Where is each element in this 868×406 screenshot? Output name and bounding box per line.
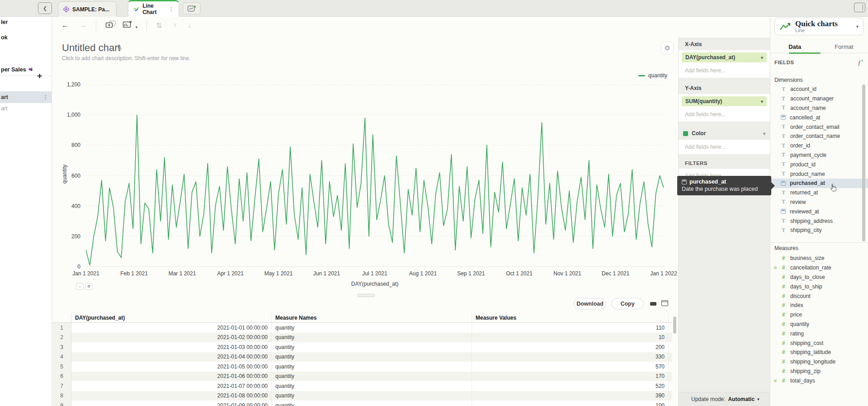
dimension-reviewed_at[interactable]: reviewed_at [770,207,868,216]
measure-discount[interactable]: #discount [770,291,868,301]
tab-sample-dataset[interactable]: SAMPLE: Pa... [58,1,117,17]
quick-charts-panel: Quick charts Line ▾ Data Format FIELDS ƒ… [770,17,868,406]
dimension-shipping_city[interactable]: Tshipping_city [770,226,868,235]
chart-type-selector[interactable]: Quick charts Line ▾ [774,18,863,35]
x-tick-label: Feb 1 2021 [120,270,148,277]
measure-rating[interactable]: #rating [770,329,868,338]
undo-button[interactable]: ← [61,21,69,29]
dimension-product_id[interactable]: Tproduct_id [770,160,868,169]
measure-days_to_ship[interactable]: #days_to_ship [770,282,868,291]
sort-ascending-button[interactable]: ↑ [173,21,176,29]
sidebar-item-super-sales[interactable]: per Sales [0,66,52,73]
chart-description-placeholder[interactable]: Click to add chart description. Shift-en… [62,55,190,61]
measure-index[interactable]: #index [770,301,868,310]
copy-button[interactable]: Copy [611,298,644,309]
y-axis-drop-zone[interactable]: Add fields here... [679,107,770,122]
remove-chart-button[interactable]: ▾ [123,20,137,30]
measure-shipping_cost[interactable]: #shipping_cost [770,338,868,348]
chevron-down-icon[interactable]: ▾ [763,131,765,136]
chart-settings-button[interactable]: ⚙ [661,42,674,54]
sidebar-item-truncated-2[interactable]: ok [0,34,52,41]
measure-price[interactable]: #price [770,310,868,320]
dimension-purchased_at[interactable]: purchased_at [770,179,868,188]
color-section-header[interactable]: Color ▾ [679,126,770,140]
table-header-row: DAY(purchased_at) Measure Names Measure … [52,313,672,323]
swap-axes-button[interactable]: ⇅ [156,21,162,30]
measure-shipping_longitude[interactable]: #shipping_longitude [770,357,868,367]
dimension-account_name[interactable]: Taccount_name [770,104,868,113]
redo-button[interactable]: → [80,21,87,29]
measure-shipping_latitude[interactable]: #shipping_latitude [770,348,868,357]
y-tick-label: 1,000 [54,112,80,118]
measure-quantity[interactable]: #quantity [770,320,868,329]
measure-cancellation_rate[interactable]: =#cancellation_rate [770,263,868,273]
sidebar-item-menu-icon[interactable]: ⋮ [43,94,48,100]
dimension-review[interactable]: Treview [770,198,868,207]
plot-options-button[interactable]: ⚙ [85,283,93,290]
x-tick-label: Aug 1 2021 [409,270,437,277]
measure-days_to_close[interactable]: #days_to_close [770,273,868,282]
text-field-icon: T [781,123,786,130]
dimension-account_manager[interactable]: Taccount_manager [770,94,868,104]
y-axis-pill-label: SUM(quantity) [685,98,722,104]
tab-line-chart[interactable]: Line Chart ⋮ [128,0,179,17]
zoom-out-button[interactable]: − [76,283,84,290]
calendar-icon [781,209,786,214]
tab-format[interactable]: Format [820,41,868,53]
y-tick-label: 800 [54,142,80,148]
table-scrollbar[interactable] [673,316,676,334]
table-cell: quantity [272,342,472,352]
sidebar-collapse-button[interactable]: ❮ [38,2,52,14]
right-panel-toggle-icon[interactable] [854,3,865,12]
edit-title-pencil-icon[interactable]: ✎ [117,44,123,52]
tab-menu-icon[interactable]: ⋮ [168,6,174,12]
column-header-measure-values: Measure Values [472,313,669,322]
hand-cursor-icon [828,183,838,194]
chevron-down-icon[interactable]: ▾ [757,397,760,401]
dimension-shipping_address[interactable]: Tshipping_address [770,216,868,226]
y-axis-field-pill[interactable]: SUM(quantity) ▾ [682,96,767,106]
download-button[interactable]: Download [574,298,606,309]
active-tab-underline [789,52,821,54]
sidebar-item-muted[interactable]: art [0,105,8,112]
x-axis-drop-zone[interactable]: Add fields here... [679,63,770,78]
x-axis-field-pill[interactable]: DAY(purchased_at) ▾ [682,52,767,62]
tab-data[interactable]: Data [770,41,820,53]
expand-table-icon[interactable] [661,300,668,306]
dimension-account_id[interactable]: Taccount_id [770,85,868,94]
color-drop-zone[interactable]: Add fields here... [679,140,770,154]
dimension-order_id[interactable]: Torder_id [770,141,868,151]
text-field-icon: T [781,227,786,234]
dimension-payment_cycle[interactable]: Tpayment_cycle [770,151,868,160]
collapse-table-icon[interactable] [650,302,656,306]
measure-business_size[interactable]: #business_size [770,254,868,263]
chart-legend[interactable]: quantity [638,72,667,79]
chart-table-resize-handle[interactable] [357,294,375,297]
fields-scrollbar[interactable] [862,85,865,241]
chevron-down-icon[interactable]: ▾ [856,24,859,29]
duplicate-chart-button[interactable] [105,20,116,30]
sidebar-item-truncated-1[interactable]: ler [0,19,52,25]
field-label: cancelled_at [790,114,820,121]
text-field-icon: T [781,95,786,102]
table-row: 32021-01-03 00:00:00quantity200 [52,342,672,352]
measure-total_days[interactable]: =#total_days [770,376,868,385]
dimension-returned_at[interactable]: Treturned_at [770,188,868,198]
dimension-order_contact_email[interactable]: Torder_contact_email [770,122,868,132]
dimension-order_contact_name[interactable]: Torder_contact_name [770,132,868,141]
chart-title[interactable]: Untitled chart [62,42,121,54]
dimension-product_name[interactable]: Tproduct_name [770,169,868,179]
calculated-field-icon: = [774,378,777,383]
line-chart-plot[interactable] [86,85,664,267]
sort-descending-button[interactable]: ↓ [187,21,191,29]
chevron-down-icon[interactable]: ▾ [761,55,763,60]
update-mode-value[interactable]: Automatic [728,396,755,402]
sidebar-item-line-chart-active[interactable]: art ⋮ [0,91,52,103]
field-label: purchased_at [790,180,825,186]
quantity-line-series[interactable] [86,115,664,265]
new-chart-tab-button[interactable] [183,2,201,14]
dimension-cancelled_at[interactable]: cancelled_at [770,113,868,122]
chevron-down-icon[interactable]: ▾ [761,99,763,104]
measure-shipping_zip[interactable]: #shipping_zip [770,367,868,376]
add-calculated-field-button[interactable]: ƒ+ [858,58,863,67]
